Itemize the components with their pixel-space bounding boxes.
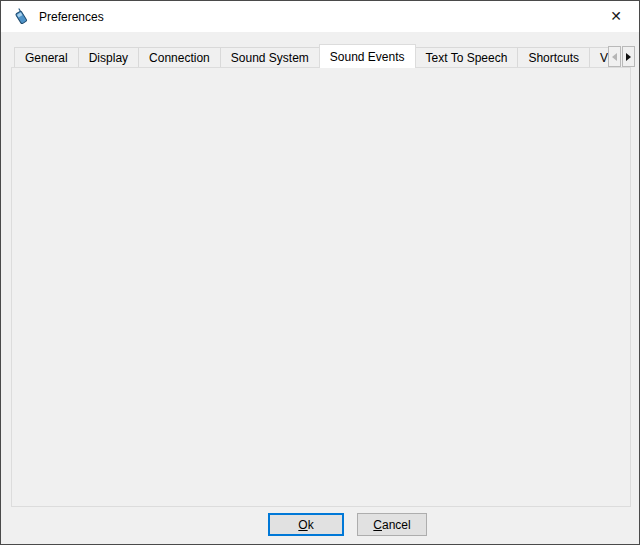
tab-connection[interactable]: Connection [138,47,221,68]
cancel-button[interactable]: Cancel [357,513,427,536]
app-icon [12,7,31,26]
tab-sound-system[interactable]: Sound System [220,47,320,68]
tab-shortcuts[interactable]: Shortcuts [517,47,590,68]
tab-label: Display [89,51,128,65]
preferences-dialog: Preferences ✕ General Display Connection… [0,0,640,545]
tab-label: Sound Events [330,50,405,64]
triangle-left-icon [612,53,617,61]
tab-label: Connection [149,51,210,65]
tab-label: Sound System [231,51,309,65]
tab-scroll-right-button[interactable] [622,46,635,67]
tab-scroll-left-button[interactable] [608,46,621,67]
window-title: Preferences [39,10,104,24]
tab-bar: General Display Connection Sound System … [14,44,613,68]
tab-text-to-speech[interactable]: Text To Speech [415,47,519,68]
close-button[interactable]: ✕ [601,4,631,28]
ok-button-label: Ok [270,518,342,532]
sound-events-page [11,67,631,507]
triangle-right-icon [626,53,631,61]
tab-sound-events[interactable]: Sound Events [319,44,416,68]
tab-display[interactable]: Display [78,47,139,68]
tab-label: General [25,51,68,65]
ok-button[interactable]: Ok [268,513,344,536]
tab-label: Text To Speech [426,51,508,65]
titlebar: Preferences ✕ [1,1,639,32]
tab-label: Shortcuts [528,51,579,65]
tab-general[interactable]: General [14,47,79,68]
cancel-button-label: Cancel [358,518,426,532]
